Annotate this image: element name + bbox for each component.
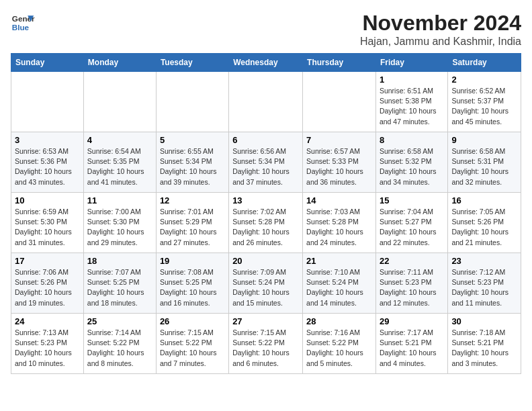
day-info: Sunrise: 7:06 AM Sunset: 5:26 PM Dayligh… (15, 267, 80, 308)
day-info: Sunrise: 7:07 AM Sunset: 5:25 PM Dayligh… (87, 267, 152, 308)
day-number: 27 (232, 316, 299, 326)
calendar-cell: 24Sunrise: 7:13 AM Sunset: 5:23 PM Dayli… (11, 314, 84, 374)
day-info: Sunrise: 6:51 AM Sunset: 5:38 PM Dayligh… (380, 86, 444, 127)
day-number: 16 (451, 195, 517, 205)
day-info: Sunrise: 7:15 AM Sunset: 5:22 PM Dayligh… (232, 328, 299, 369)
day-number: 11 (87, 195, 152, 205)
calendar-cell: 23Sunrise: 7:12 AM Sunset: 5:23 PM Dayli… (448, 253, 521, 314)
day-info: Sunrise: 6:58 AM Sunset: 5:31 PM Dayligh… (451, 146, 517, 187)
calendar-cell: 18Sunrise: 7:07 AM Sunset: 5:25 PM Dayli… (83, 253, 156, 314)
day-number: 14 (306, 195, 372, 205)
logo: General Blue (11, 11, 35, 35)
weekday-header-wednesday: Wednesday (229, 54, 303, 72)
day-info: Sunrise: 6:55 AM Sunset: 5:34 PM Dayligh… (160, 146, 225, 187)
day-info: Sunrise: 7:02 AM Sunset: 5:28 PM Dayligh… (232, 207, 299, 248)
calendar-cell: 29Sunrise: 7:17 AM Sunset: 5:21 PM Dayli… (375, 314, 447, 374)
calendar-cell: 12Sunrise: 7:01 AM Sunset: 5:29 PM Dayli… (156, 193, 228, 253)
calendar-cell (229, 72, 303, 132)
day-info: Sunrise: 6:54 AM Sunset: 5:35 PM Dayligh… (87, 146, 152, 187)
day-number: 23 (451, 256, 517, 266)
calendar-cell (156, 72, 228, 132)
calendar-cell: 30Sunrise: 7:18 AM Sunset: 5:21 PM Dayli… (448, 314, 521, 374)
calendar-cell: 11Sunrise: 7:00 AM Sunset: 5:30 PM Dayli… (83, 193, 156, 253)
day-number: 26 (160, 316, 225, 326)
day-info: Sunrise: 7:00 AM Sunset: 5:30 PM Dayligh… (87, 207, 152, 248)
calendar-cell (83, 72, 156, 132)
weekday-header-friday: Friday (375, 54, 447, 72)
day-number: 7 (306, 135, 372, 145)
day-info: Sunrise: 6:52 AM Sunset: 5:37 PM Dayligh… (451, 86, 517, 127)
day-number: 17 (15, 256, 80, 266)
calendar-cell: 10Sunrise: 6:59 AM Sunset: 5:30 PM Dayli… (11, 193, 84, 253)
page-header: General Blue November 2024 Hajan, Jammu … (11, 11, 521, 48)
calendar-cell: 13Sunrise: 7:02 AM Sunset: 5:28 PM Dayli… (229, 193, 303, 253)
svg-text:Blue: Blue (12, 23, 30, 32)
calendar-cell (303, 72, 376, 132)
day-info: Sunrise: 7:12 AM Sunset: 5:23 PM Dayligh… (451, 267, 517, 308)
day-number: 15 (380, 195, 444, 205)
weekday-header-saturday: Saturday (448, 54, 521, 72)
calendar-cell: 16Sunrise: 7:05 AM Sunset: 5:26 PM Dayli… (448, 193, 521, 253)
title-block: November 2024 Hajan, Jammu and Kashmir, … (360, 11, 521, 48)
calendar-cell: 17Sunrise: 7:06 AM Sunset: 5:26 PM Dayli… (11, 253, 84, 314)
day-info: Sunrise: 7:18 AM Sunset: 5:21 PM Dayligh… (451, 328, 517, 369)
day-number: 29 (380, 316, 444, 326)
calendar-cell: 21Sunrise: 7:10 AM Sunset: 5:24 PM Dayli… (303, 253, 376, 314)
day-info: Sunrise: 6:53 AM Sunset: 5:36 PM Dayligh… (15, 146, 80, 187)
calendar-cell: 2Sunrise: 6:52 AM Sunset: 5:37 PM Daylig… (448, 72, 521, 132)
day-info: Sunrise: 7:16 AM Sunset: 5:22 PM Dayligh… (306, 328, 372, 369)
day-info: Sunrise: 7:08 AM Sunset: 5:25 PM Dayligh… (160, 267, 225, 308)
day-number: 28 (306, 316, 372, 326)
weekday-header-tuesday: Tuesday (156, 54, 228, 72)
logo-icon: General Blue (11, 11, 35, 35)
day-number: 1 (380, 75, 444, 85)
day-number: 18 (87, 256, 152, 266)
day-number: 3 (15, 135, 80, 145)
month-title: November 2024 (360, 11, 521, 36)
calendar-cell: 26Sunrise: 7:15 AM Sunset: 5:22 PM Dayli… (156, 314, 228, 374)
day-number: 9 (451, 135, 517, 145)
calendar-week-row: 1Sunrise: 6:51 AM Sunset: 5:38 PM Daylig… (11, 72, 521, 132)
day-number: 6 (232, 135, 299, 145)
day-info: Sunrise: 7:09 AM Sunset: 5:24 PM Dayligh… (232, 267, 299, 308)
calendar-cell: 25Sunrise: 7:14 AM Sunset: 5:22 PM Dayli… (83, 314, 156, 374)
calendar-week-row: 24Sunrise: 7:13 AM Sunset: 5:23 PM Dayli… (11, 314, 521, 374)
location-title: Hajan, Jammu and Kashmir, India (360, 36, 521, 48)
calendar-table: SundayMondayTuesdayWednesdayThursdayFrid… (11, 53, 521, 374)
day-info: Sunrise: 7:05 AM Sunset: 5:26 PM Dayligh… (451, 207, 517, 248)
day-number: 12 (160, 195, 225, 205)
calendar-cell: 22Sunrise: 7:11 AM Sunset: 5:23 PM Dayli… (375, 253, 447, 314)
calendar-cell: 15Sunrise: 7:04 AM Sunset: 5:27 PM Dayli… (375, 193, 447, 253)
day-info: Sunrise: 7:15 AM Sunset: 5:22 PM Dayligh… (160, 328, 225, 369)
calendar-cell: 19Sunrise: 7:08 AM Sunset: 5:25 PM Dayli… (156, 253, 228, 314)
calendar-cell: 4Sunrise: 6:54 AM Sunset: 5:35 PM Daylig… (83, 132, 156, 193)
day-number: 30 (451, 316, 517, 326)
weekday-header-sunday: Sunday (11, 54, 84, 72)
calendar-cell: 6Sunrise: 6:56 AM Sunset: 5:34 PM Daylig… (229, 132, 303, 193)
day-number: 10 (15, 195, 80, 205)
day-info: Sunrise: 7:04 AM Sunset: 5:27 PM Dayligh… (380, 207, 444, 248)
day-info: Sunrise: 6:57 AM Sunset: 5:33 PM Dayligh… (306, 146, 372, 187)
calendar-cell (11, 72, 84, 132)
day-number: 2 (451, 75, 517, 85)
day-number: 24 (15, 316, 80, 326)
day-number: 8 (380, 135, 444, 145)
calendar-cell: 27Sunrise: 7:15 AM Sunset: 5:22 PM Dayli… (229, 314, 303, 374)
calendar-cell: 8Sunrise: 6:58 AM Sunset: 5:32 PM Daylig… (375, 132, 447, 193)
calendar-cell: 5Sunrise: 6:55 AM Sunset: 5:34 PM Daylig… (156, 132, 228, 193)
day-number: 4 (87, 135, 152, 145)
calendar-cell: 7Sunrise: 6:57 AM Sunset: 5:33 PM Daylig… (303, 132, 376, 193)
calendar-cell: 28Sunrise: 7:16 AM Sunset: 5:22 PM Dayli… (303, 314, 376, 374)
calendar-cell: 1Sunrise: 6:51 AM Sunset: 5:38 PM Daylig… (375, 72, 447, 132)
calendar-cell: 20Sunrise: 7:09 AM Sunset: 5:24 PM Dayli… (229, 253, 303, 314)
day-number: 25 (87, 316, 152, 326)
calendar-cell: 3Sunrise: 6:53 AM Sunset: 5:36 PM Daylig… (11, 132, 84, 193)
day-number: 20 (232, 256, 299, 266)
day-info: Sunrise: 7:17 AM Sunset: 5:21 PM Dayligh… (380, 328, 444, 369)
day-number: 5 (160, 135, 225, 145)
day-info: Sunrise: 7:13 AM Sunset: 5:23 PM Dayligh… (15, 328, 80, 369)
day-number: 13 (232, 195, 299, 205)
day-info: Sunrise: 7:01 AM Sunset: 5:29 PM Dayligh… (160, 207, 225, 248)
day-number: 21 (306, 256, 372, 266)
day-number: 19 (160, 256, 225, 266)
